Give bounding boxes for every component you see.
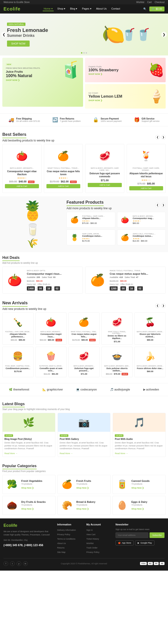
- wishlist-link[interactable]: Wishlist: [136, 1, 144, 4]
- themeforest-logo[interactable]: 🌿 themeforest: [9, 388, 29, 391]
- arrival-name-0-1: Consequuntur magni risus...: [38, 333, 65, 338]
- cat-img-vegetables: 🥦: [5, 478, 19, 492]
- add-cart-3[interactable]: Add to Cart: [129, 186, 163, 190]
- footer-info-link-4[interactable]: Returns: [57, 546, 65, 549]
- youtube-icon[interactable]: y: [17, 561, 21, 566]
- cat-count-canned: 73 products: [131, 483, 149, 485]
- feature-gift: 🎁 Gift Service Support gift service: [134, 117, 159, 122]
- cat-cta-canned[interactable]: Shop Now ❯: [131, 487, 144, 489]
- footer-account-link-5[interactable]: Privacy Policy: [86, 551, 99, 553]
- footer-grid: Ecolife We are a team of designers and d…: [4, 523, 164, 555]
- linkedin-icon[interactable]: in: [23, 561, 28, 566]
- deal-name-1: Cras neque metus augue felis...: [110, 272, 163, 275]
- twitter-icon[interactable]: t: [10, 561, 15, 566]
- promo-lemon-cta[interactable]: SHOP NOW ❯: [88, 99, 102, 102]
- footer-info-link-1[interactable]: Privacy Policy: [57, 533, 70, 536]
- footer-info-link-5[interactable]: Site Map: [57, 551, 66, 553]
- arrival-price-0-3: $71.00: [104, 340, 131, 343]
- newarrivals-prev[interactable]: ❮: [155, 303, 160, 308]
- bestsellers-prev[interactable]: ❮: [155, 135, 160, 140]
- arrivals-row2: 🍔 FOOD, BEER, CAMPING, FOOD... Condiment…: [2, 347, 166, 378]
- app-buttons: 🍎 App Store ▶ Google Play: [115, 540, 164, 546]
- arrival-tags-1-0: FOOD, BEER, CAMPING, FOOD...: [5, 365, 32, 367]
- nav-home[interactable]: Home ▾: [43, 7, 53, 11]
- add-cart-1[interactable]: Add to Cart: [46, 184, 81, 188]
- codecanyon-logo[interactable]: 💻 codecanyon: [76, 388, 97, 391]
- footer-account-link-3[interactable]: Wishlist: [86, 542, 94, 544]
- cart-button[interactable]: 🛒 $0.00: [149, 6, 164, 12]
- price-new-1: $62.00: [61, 180, 69, 183]
- add-cart-2[interactable]: Add to Cart: [88, 183, 122, 187]
- app-store-button[interactable]: 🍎 App Store: [115, 540, 134, 546]
- promo-juice-title: Juice Fruits: [6, 70, 40, 74]
- arrival-img-1-1: 🍿: [38, 349, 65, 364]
- cart-link[interactable]: Cart: [147, 1, 152, 4]
- featured-img-0: 🍊: [69, 214, 80, 226]
- newarrivals-nav: ❮ ❯: [155, 303, 166, 308]
- blog-readmore-2[interactable]: Read More →: [115, 452, 128, 454]
- footer-account-link-2[interactable]: Ticket History: [86, 538, 99, 540]
- facebook-icon[interactable]: f: [4, 561, 8, 566]
- blog-grid: 🌿 26 APR Blog Image Post (Sticky) Donec …: [2, 413, 166, 457]
- nav-pages[interactable]: Pages ▾: [81, 7, 92, 11]
- add-cart-0[interactable]: Add to Cart: [5, 184, 39, 188]
- categories-grid: 🥦 Fresh Vegetables 73 products Shop Now …: [2, 475, 166, 515]
- featured-name-3: Condimque metus...: [133, 235, 164, 238]
- cat-cta-dryfruits[interactable]: Shop Now ❯: [21, 508, 34, 510]
- featured-stars-3: ★★★★☆: [133, 238, 164, 240]
- cat-dryfruits: 🌰 Dry Fruits & Snacks 73 products Shop N…: [2, 496, 56, 515]
- footer-account-link-0[interactable]: Sign in: [86, 529, 93, 531]
- footer-account-link-1[interactable]: View Cart: [86, 533, 95, 536]
- nav-shop[interactable]: Shop ▾: [57, 7, 67, 11]
- mins-1: 08: [120, 286, 126, 290]
- promo-juice-cta[interactable]: SHOP NOW ❯: [6, 79, 20, 81]
- newsletter-input[interactable]: [115, 532, 148, 538]
- newarrivals-next[interactable]: ❯: [161, 303, 166, 308]
- featured-card-3: 🍊 ZERO CALC, FOOTBALL... Condimque metus…: [117, 230, 166, 245]
- newsletter-submit[interactable]: Subscribe: [149, 532, 164, 538]
- google-play-label: Google Play: [140, 542, 152, 544]
- nav-about[interactable]: About Us: [95, 7, 108, 11]
- bestsellers-next[interactable]: ❯: [161, 135, 166, 140]
- footer-info-link-3[interactable]: About Us: [57, 542, 66, 544]
- cat-cta-vegetables[interactable]: Shop Now ❯: [21, 487, 34, 489]
- blog-date-2: 26 APR: [115, 434, 123, 437]
- promo-strawberry-cta[interactable]: SHOP NOW ❯: [88, 73, 102, 75]
- cat-info-bread: Bread & Bakery 73 products Shop Now ❯: [76, 500, 95, 510]
- checkout-link[interactable]: Checkout: [155, 1, 164, 4]
- featured-stars-2: ★★★★☆: [82, 238, 113, 240]
- hero-next-button[interactable]: ❯: [161, 32, 167, 37]
- nav-blog[interactable]: Blog ▾: [69, 7, 78, 11]
- footer-bottom: f t y in Copyright 2020 © Pixelsthemes, …: [4, 558, 164, 566]
- audiojungle-logo[interactable]: 🎵 audiojungle: [110, 388, 130, 391]
- hero-dot-3[interactable]: [86, 52, 87, 54]
- footer-info-link-0[interactable]: Delivery Information: [57, 529, 76, 531]
- deal-old-price-0: $220.00: [27, 280, 35, 282]
- hero-dot-1[interactable]: [81, 52, 82, 54]
- arrival-price-1-2: $71.00: [70, 373, 98, 375]
- hero-cta-button[interactable]: SHOP NOW: [7, 40, 30, 46]
- arrival-name-0-4: Eiusco per laborioris eiufend...: [136, 333, 163, 338]
- google-play-button[interactable]: ▶ Google Play: [135, 540, 154, 546]
- featured-prev[interactable]: ❮: [155, 203, 160, 207]
- paypal-icon: PP: [154, 562, 159, 565]
- arrival-price-0-1: $60.00 $80.00 SALE: [38, 339, 65, 341]
- blog-readmore-1[interactable]: Read More →: [60, 452, 73, 454]
- cat-cta-eggs[interactable]: Shop Now ❯: [131, 508, 144, 510]
- search-icon[interactable]: 🔍: [143, 8, 146, 10]
- footer-info-link-2[interactable]: Terms & Conditions: [57, 538, 75, 540]
- footer-account-link-4[interactable]: Track Order: [86, 546, 98, 549]
- blog-readmore-0[interactable]: Read More →: [5, 452, 18, 454]
- featured-next[interactable]: ❯: [161, 203, 166, 207]
- nav-contact[interactable]: Contact: [110, 7, 121, 11]
- hero-dot-2[interactable]: [83, 52, 85, 54]
- promo-strawberry-text: Organic Fruits 100% Strawberry SHOP NOW …: [88, 65, 118, 76]
- activeden-logo[interactable]: ▶ activeden: [143, 388, 159, 391]
- promo-juice-label: NEW: [6, 63, 12, 66]
- logo[interactable]: Ecolife: [4, 6, 21, 12]
- graphicriver-logo[interactable]: 📐 graphicriver: [43, 388, 63, 391]
- featured-stars-0: ★★★★☆: [82, 220, 113, 222]
- cat-cta-bread[interactable]: Shop Now ❯: [76, 508, 89, 510]
- cat-cta-fruits[interactable]: Shop Now ❯: [76, 487, 89, 489]
- blog-subtitle: Start your blog page to highlight intere…: [2, 408, 166, 410]
